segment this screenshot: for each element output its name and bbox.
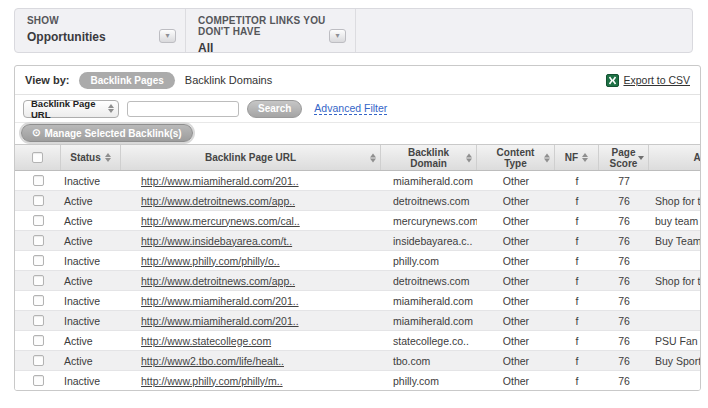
row-page-score: 76: [599, 375, 649, 387]
row-checkbox-cell: [15, 175, 61, 186]
row-checkbox-cell: [15, 195, 61, 206]
excel-icon: [606, 74, 619, 87]
row-content-type: Other: [477, 355, 555, 367]
row-page-score: 76: [599, 335, 649, 347]
backlink-page-url-link[interactable]: http://www.insidebayarea.com/t..: [141, 235, 292, 247]
backlink-page-url-link[interactable]: http://www.miamiherald.com/201..: [141, 315, 299, 327]
row-url-cell: http://www.statecollege.com: [121, 335, 381, 347]
row-domain: mercurynews.com: [381, 215, 477, 227]
column-status[interactable]: Status: [61, 145, 121, 170]
row-content-type: Other: [477, 195, 555, 207]
row-domain: statecollege.co..: [381, 335, 477, 347]
manage-selected-label: Manage Selected Backlink(s): [44, 128, 181, 139]
row-url-cell: http://www.philly.com/philly/m..: [121, 375, 381, 387]
row-checkbox[interactable]: [33, 195, 44, 206]
row-checkbox[interactable]: [33, 335, 44, 346]
row-status: Inactive: [61, 315, 121, 327]
search-input[interactable]: [127, 101, 239, 117]
tab-backlink-domains[interactable]: Backlink Domains: [185, 74, 272, 86]
row-content-type: Other: [477, 255, 555, 267]
sort-icon: [582, 153, 588, 162]
column-backlink-page-url[interactable]: Backlink Page URL: [121, 145, 381, 170]
backlink-page-url-link[interactable]: http://www.miamiherald.com/201..: [141, 295, 299, 307]
row-page-score: 76: [599, 235, 649, 247]
row-domain: miamiherald.com: [381, 315, 477, 327]
backlinks-panel: View by: Backlink Pages Backlink Domains…: [14, 65, 701, 391]
row-checkbox-cell: [15, 255, 61, 266]
table-row: Active http://www.detroitnews.com/app.. …: [15, 191, 701, 211]
manage-selected-button[interactable]: ⊙ Manage Selected Backlink(s): [21, 124, 193, 142]
search-field-select[interactable]: Backlink Page URL: [23, 100, 119, 118]
row-checkbox-cell: [15, 215, 61, 226]
row-checkbox[interactable]: [33, 235, 44, 246]
row-status: Active: [61, 275, 121, 287]
column-nf[interactable]: NF: [555, 145, 599, 170]
sort-desc-icon: [638, 156, 644, 160]
show-filter-label: SHOW: [27, 15, 175, 26]
row-status: Inactive: [61, 175, 121, 187]
table-row: Inactive http://www.miamiherald.com/201.…: [15, 291, 701, 311]
table-body: Inactive http://www.miamiherald.com/201.…: [15, 171, 701, 391]
row-checkbox[interactable]: [33, 215, 44, 226]
row-nf: f: [555, 335, 599, 347]
show-filter-value: Opportunities: [27, 30, 175, 44]
row-content-type: Other: [477, 275, 555, 287]
column-content-type[interactable]: Content Type: [477, 145, 555, 170]
backlink-page-url-link[interactable]: http://www.miamiherald.com/201..: [141, 175, 299, 187]
column-select-all[interactable]: [15, 145, 61, 170]
backlink-page-url-link[interactable]: http://www.detroitnews.com/app..: [141, 195, 295, 207]
row-checkbox[interactable]: [33, 315, 44, 326]
row-checkbox-cell: [15, 355, 61, 366]
row-anchor-text: PSU Fan: [649, 335, 701, 347]
tab-backlink-pages[interactable]: Backlink Pages: [79, 72, 174, 89]
backlink-page-url-link[interactable]: http://www.detroitnews.com/app..: [141, 275, 295, 287]
row-checkbox[interactable]: [33, 375, 44, 386]
row-page-score: 76: [599, 255, 649, 267]
backlink-page-url-link[interactable]: http://www.philly.com/philly/o..: [141, 255, 280, 267]
column-page-score[interactable]: Page Score: [599, 145, 649, 170]
table-row: Active http://www.detroitnews.com/app.. …: [15, 271, 701, 291]
row-checkbox-cell: [15, 315, 61, 326]
column-anchor[interactable]: A: [649, 145, 701, 170]
row-url-cell: http://www.detroitnews.com/app..: [121, 195, 381, 207]
row-checkbox-cell: [15, 335, 61, 346]
backlink-page-url-link[interactable]: http://www.statecollege.com: [141, 335, 271, 347]
competitor-dropdown-button[interactable]: ▾: [329, 29, 346, 43]
view-by-label: View by:: [25, 74, 69, 86]
export-to-csv-link[interactable]: Export to CSV: [623, 74, 690, 86]
row-status: Inactive: [61, 295, 121, 307]
row-domain: tbo.com: [381, 355, 477, 367]
row-checkbox[interactable]: [33, 295, 44, 306]
row-url-cell: http://www.insidebayarea.com/t..: [121, 235, 381, 247]
row-status: Active: [61, 195, 121, 207]
row-status: Active: [61, 355, 121, 367]
advanced-filter-link[interactable]: Advanced Filter: [314, 102, 387, 115]
row-checkbox[interactable]: [33, 255, 44, 266]
row-page-score: 76: [599, 275, 649, 287]
sort-icon: [466, 153, 472, 162]
row-nf: f: [555, 215, 599, 227]
show-dropdown-button[interactable]: ▾: [159, 29, 176, 43]
competitor-filter-value: All: [198, 41, 345, 55]
row-checkbox[interactable]: [33, 275, 44, 286]
search-button[interactable]: Search: [247, 100, 302, 118]
backlink-page-url-link[interactable]: http://www.mercurynews.com/cal..: [141, 215, 300, 227]
export-to-csv[interactable]: Export to CSV: [606, 66, 690, 94]
row-page-score: 77: [599, 175, 649, 187]
row-nf: f: [555, 355, 599, 367]
table-row: Inactive http://www.philly.com/philly/m.…: [15, 371, 701, 391]
row-anchor-text: Shop for t: [649, 195, 701, 207]
row-anchor-text: Shop for t: [649, 275, 701, 287]
row-url-cell: http://www.miamiherald.com/201..: [121, 175, 381, 187]
row-content-type: Other: [477, 375, 555, 387]
row-checkbox[interactable]: [33, 175, 44, 186]
select-all-checkbox[interactable]: [32, 152, 43, 163]
row-page-score: 76: [599, 215, 649, 227]
backlink-page-url-link[interactable]: http://www.philly.com/philly/m..: [141, 375, 283, 387]
row-nf: f: [555, 375, 599, 387]
backlink-page-url-link[interactable]: http://www2.tbo.com/life/healt..: [141, 355, 284, 367]
column-backlink-domain[interactable]: Backlink Domain: [381, 145, 477, 170]
row-status: Active: [61, 215, 121, 227]
row-domain: miamiherald.com: [381, 295, 477, 307]
row-checkbox[interactable]: [33, 355, 44, 366]
